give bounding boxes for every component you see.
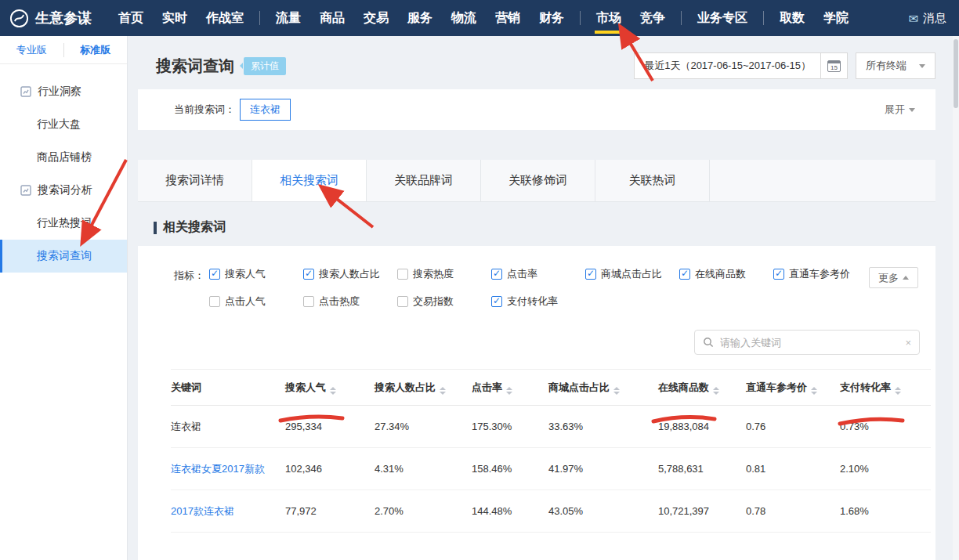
- tab-standard-version[interactable]: 标准版: [63, 43, 128, 57]
- nav-item-finance[interactable]: 财务: [530, 0, 574, 36]
- nav-item-competition[interactable]: 竞争: [631, 0, 675, 36]
- page-title: 搜索词查询: [156, 56, 234, 77]
- current-keyword-tag[interactable]: 连衣裙: [240, 99, 291, 121]
- col-pay-conversion[interactable]: 支付转化率: [840, 370, 931, 406]
- nav-item-war-room[interactable]: 作战室: [197, 0, 253, 36]
- nav-item-realtime[interactable]: 实时: [153, 0, 197, 36]
- more-button[interactable]: 更多: [869, 267, 918, 288]
- tab-pro-version[interactable]: 专业版: [0, 43, 63, 57]
- clear-icon[interactable]: ×: [905, 337, 911, 349]
- checkbox-icon: [679, 269, 690, 280]
- sidebar-item-search-term-analysis[interactable]: 搜索词分析: [0, 174, 127, 207]
- metric-checkbox-online-products[interactable]: 在线商品数: [679, 267, 773, 281]
- checkbox-icon: [773, 269, 784, 280]
- scrollbar-thumb[interactable]: [954, 39, 958, 108]
- expand-toggle[interactable]: 展开: [885, 103, 915, 117]
- nav-item-service[interactable]: 服务: [398, 0, 442, 36]
- metric-label: 交易指数: [413, 294, 454, 309]
- metric-checkbox-trade-index[interactable]: 交易指数: [397, 294, 491, 309]
- col-search-popularity[interactable]: 搜索人气: [285, 370, 375, 406]
- metric-checkbox-ztc-ref-price[interactable]: 直通车参考价: [773, 267, 867, 281]
- sort-icon[interactable]: [506, 387, 512, 395]
- metric-label: 点击人气: [225, 294, 266, 309]
- sort-icon[interactable]: [811, 387, 817, 395]
- sort-icon[interactable]: [440, 387, 446, 395]
- nav-item-traffic[interactable]: 流量: [266, 0, 310, 36]
- metric-checkbox-search-heat[interactable]: 搜索热度: [397, 267, 491, 281]
- metric-checkbox-searcher-share[interactable]: 搜索人数占比: [303, 267, 397, 281]
- chart-doc-icon: [20, 185, 31, 196]
- nav-item-logistics[interactable]: 物流: [442, 0, 486, 36]
- results-table: 关键词 搜索人气 搜索人数占比 点击率 商城点击占比 在线商品数 直通车参考价 …: [171, 369, 931, 533]
- calendar-icon: 15: [827, 60, 841, 72]
- table-row: 2017款连衣裙 77,972 2.70% 144.48% 43.05% 10,…: [171, 490, 931, 533]
- sort-icon[interactable]: [895, 387, 901, 395]
- metric-checkbox-click-popularity[interactable]: 点击人气: [209, 294, 303, 309]
- cell-value: 102,346: [285, 448, 375, 490]
- date-range-picker[interactable]: 最近1天（2017-06-15~2017-06-15） 15: [634, 52, 848, 79]
- terminal-selector-value: 所有终端: [866, 59, 907, 73]
- tab-related-hot-words[interactable]: 关联热词: [595, 160, 710, 201]
- cell-keyword: 连衣裙: [171, 406, 285, 448]
- table-search-row: ×: [138, 330, 935, 355]
- message-entry[interactable]: ✉ 消息: [908, 11, 946, 26]
- metric-label: 点击率: [507, 267, 537, 281]
- sidebar-item-industry-hot-words[interactable]: 行业热搜词: [0, 207, 127, 240]
- nav-item-trade[interactable]: 交易: [354, 0, 398, 36]
- metric-label: 搜索人气: [225, 267, 266, 281]
- page: 生意参谋 首页 实时 作战室 流量 商品 交易 服务 物流 营销 财务 市场 竞…: [0, 0, 959, 560]
- nav-item-market[interactable]: 市场: [587, 0, 631, 36]
- section-title: 相关搜索词: [163, 219, 226, 236]
- nav-item-academy[interactable]: 学院: [814, 0, 858, 36]
- nav-divider: [259, 11, 260, 25]
- col-searcher-share[interactable]: 搜索人数占比: [375, 370, 472, 406]
- more-button-label: 更多: [878, 271, 899, 285]
- sidebar-item-goods-shop-ranking[interactable]: 商品店铺榜: [0, 141, 127, 174]
- cell-value: 2.70%: [375, 490, 472, 533]
- table-row: 连衣裙 295,334 27.34% 175.30% 33.63% 19,883…: [171, 406, 931, 448]
- header-controls: 最近1天（2017-06-15~2017-06-15） 15 所有终端: [634, 52, 935, 79]
- col-ztc-ref-price[interactable]: 直通车参考价: [746, 370, 840, 406]
- tab-related-search-terms[interactable]: 相关搜索词: [252, 160, 367, 201]
- sort-icon[interactable]: [330, 387, 336, 395]
- sidebar-item-industry-overview[interactable]: 行业大盘: [0, 108, 127, 141]
- col-click-rate[interactable]: 点击率: [472, 370, 548, 406]
- cell-value: 33.63%: [548, 406, 658, 448]
- metric-checkbox-click-heat[interactable]: 点击热度: [303, 294, 397, 309]
- tab-search-term-detail[interactable]: 搜索词详情: [138, 160, 252, 201]
- metric-checkbox-pay-conversion[interactable]: 支付转化率: [491, 294, 585, 309]
- nav-item-business-zone[interactable]: 业务专区: [688, 0, 757, 36]
- metric-checkbox-mall-click-share[interactable]: 商城点击占比: [585, 267, 679, 281]
- scrollbar-track: [953, 36, 959, 560]
- top-navigation: 生意参谋 首页 实时 作战室 流量 商品 交易 服务 物流 营销 财务 市场 竞…: [0, 0, 959, 36]
- cell-keyword-link[interactable]: 2017款连衣裙: [171, 490, 285, 533]
- col-mall-click-share[interactable]: 商城点击占比: [548, 370, 658, 406]
- keyword-search-input[interactable]: [720, 337, 899, 349]
- table-header-row: 关键词 搜索人气 搜索人数占比 点击率 商城点击占比 在线商品数 直通车参考价 …: [171, 370, 931, 406]
- sidebar-item-search-term-query[interactable]: 搜索词查询: [0, 240, 127, 273]
- brand-name: 生意参谋: [35, 9, 92, 27]
- tab-related-brand-words[interactable]: 关联品牌词: [367, 160, 481, 201]
- chevron-down-icon: [909, 108, 915, 112]
- cell-value: 144.48%: [472, 490, 548, 533]
- brand[interactable]: 生意参谋: [9, 9, 92, 28]
- col-online-products[interactable]: 在线商品数: [658, 370, 746, 406]
- checkbox-icon: [303, 296, 314, 307]
- metrics-filter: 指标： 搜索人气 搜索人数占比 搜索热度 点击率 商城点击占比 在线商品数 直通…: [138, 267, 935, 309]
- nav-item-home[interactable]: 首页: [109, 0, 153, 36]
- checkbox-icon: [209, 296, 220, 307]
- tab-related-modifier-words[interactable]: 关联修饰词: [481, 160, 595, 201]
- nav-item-marketing[interactable]: 营销: [486, 0, 530, 36]
- sort-icon[interactable]: [613, 387, 620, 395]
- nav-divider: [681, 11, 682, 25]
- terminal-selector[interactable]: 所有终端: [856, 52, 935, 79]
- nav-item-goods[interactable]: 商品: [310, 0, 354, 36]
- nav-item-data-extract[interactable]: 取数: [770, 0, 814, 36]
- sort-icon[interactable]: [713, 387, 719, 395]
- calendar-button[interactable]: 15: [820, 53, 847, 78]
- sidebar-item-industry-insight[interactable]: 行业洞察: [0, 75, 127, 108]
- metric-checkbox-click-rate[interactable]: 点击率: [491, 267, 585, 281]
- metric-checkbox-search-popularity[interactable]: 搜索人气: [209, 267, 303, 281]
- cell-keyword-link[interactable]: 连衣裙女夏2017新款: [171, 448, 285, 490]
- cell-value: 2.10%: [840, 448, 931, 490]
